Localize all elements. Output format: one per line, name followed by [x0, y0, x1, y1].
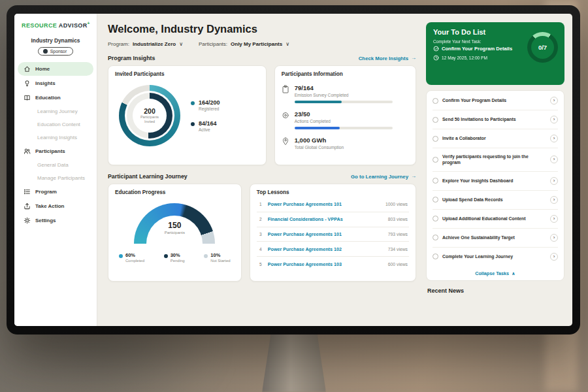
legend-item: 84/164 Active: [191, 120, 220, 132]
education-progress-card: Education Progress 150 Participants: [108, 184, 242, 282]
participants-information-card: Participants Information 79/164 Emission…: [274, 65, 416, 165]
sidebar-item-home[interactable]: Home: [18, 62, 93, 76]
sidebar-item-education-content[interactable]: Education Content: [18, 118, 93, 131]
home-icon: [24, 65, 31, 73]
sidebar-item-general-data[interactable]: General Data: [18, 159, 93, 171]
legend-dot-pending: [164, 254, 168, 258]
sidebar-item-participants[interactable]: Participants: [18, 144, 93, 158]
upload-icon: [24, 203, 31, 210]
check-circle-icon: [433, 46, 439, 52]
task-checkbox[interactable]: [433, 157, 438, 163]
todo-progress-value: 0/7: [531, 36, 554, 59]
page-title: Welcome, Industry Dynamics: [108, 23, 416, 35]
chevron-right-icon[interactable]: ›: [550, 253, 558, 261]
lesson-row: 4 Power Purchase Agreements 102 734 view…: [257, 242, 409, 257]
chevron-up-icon: ∧: [512, 271, 515, 276]
brand-logo: RESOURCE ADVISOR+: [14, 21, 97, 29]
chevron-right-icon[interactable]: ›: [550, 116, 558, 123]
task-checkbox[interactable]: [433, 253, 438, 259]
tasks-card: Confirm Your Program Details › Send 50 I…: [426, 90, 564, 281]
lesson-link[interactable]: Power Purchase Agreements 101: [268, 231, 384, 237]
chevron-right-icon[interactable]: ›: [550, 155, 558, 163]
sponsor-badge: Sponsor: [38, 47, 73, 56]
donut-legend: 164/200 Registered 84/164 Active: [191, 99, 220, 132]
clock-icon: [433, 55, 439, 61]
chevron-right-icon[interactable]: ›: [550, 196, 558, 204]
task-row[interactable]: Achieve One Sustainability Target ›: [433, 229, 558, 248]
chevron-down-icon: ∨: [286, 42, 289, 47]
program-dropdown[interactable]: Program: Industrialize Zero ∨: [108, 41, 183, 47]
chevron-right-icon[interactable]: ›: [550, 135, 558, 142]
todo-header-card: Your To Do List Complete Your Next Task:…: [426, 22, 564, 85]
book-icon: [24, 94, 31, 101]
sidebar-item-education[interactable]: Education: [18, 91, 93, 105]
gear-icon: [24, 217, 31, 224]
gauge-legend: 60% Completed 30% Pending: [115, 252, 235, 263]
monitor-stand: [262, 333, 326, 392]
card-title: Top Lessons: [257, 189, 409, 195]
task-row[interactable]: Explore Your Insights Dashboard ›: [433, 172, 558, 191]
people-icon: [24, 148, 31, 155]
filters-row: Program: Industrialize Zero ∨ Participan…: [108, 41, 416, 47]
task-checkbox[interactable]: [433, 178, 438, 184]
lesson-link[interactable]: Power Purchase Agreements 103: [268, 261, 384, 267]
lesson-link[interactable]: Power Purchase Agreements 102: [268, 246, 384, 252]
lesson-link[interactable]: Financial Considerations - VPPAs: [268, 216, 384, 222]
chevron-right-icon[interactable]: ›: [550, 97, 558, 105]
sidebar-item-insights[interactable]: Insights: [18, 76, 93, 90]
lightbulb-icon: [24, 80, 31, 87]
sidebar-item-take-action[interactable]: Take Action: [18, 199, 93, 213]
progress-bar: [295, 101, 393, 103]
task-row[interactable]: Upload Additional Educational Content ›: [433, 210, 558, 229]
sidebar-item-settings[interactable]: Settings: [18, 214, 93, 227]
education-gauge-chart: 150 Participants: [134, 203, 215, 244]
task-row[interactable]: Confirm Your Program Details ›: [433, 91, 558, 110]
task-checkbox[interactable]: [433, 98, 438, 104]
participants-dropdown[interactable]: Participants: Only My Participants ∨: [199, 41, 289, 47]
lessons-list: 1 Power Purchase Agreements 101 1000 vie…: [257, 197, 409, 271]
chevron-right-icon[interactable]: ›: [550, 177, 558, 185]
task-row[interactable]: Upload Spend Data Records ›: [433, 191, 558, 210]
task-checkbox[interactable]: [433, 216, 438, 221]
sidebar-nav: Home Insights Education Learning Journey…: [14, 61, 97, 228]
legend-item: 60% Completed: [119, 252, 144, 263]
sidebar-item-manage-participants[interactable]: Manage Participants: [18, 172, 93, 184]
top-lessons-card: Top Lessons 1 Power Purchase Agreements …: [250, 184, 416, 282]
donut-center-label: Participants Invited: [136, 115, 163, 124]
sidebar-item-learning-insights[interactable]: Learning Insights: [18, 131, 93, 144]
program-insights-header: Program Insights Check More Insights →: [108, 55, 416, 61]
main-content: Welcome, Industry Dynamics Program: Indu…: [97, 14, 425, 326]
todo-next-task: Confirm Your Program Details: [433, 46, 525, 52]
invited-participants-card: Invited Participants 200 Participants In…: [108, 65, 267, 165]
sponsor-icon: [43, 49, 48, 54]
insights-cards-row: Invited Participants 200 Participants In…: [108, 65, 416, 165]
section-title: Program Insights: [108, 55, 155, 61]
learning-cards-row: Education Progress 150 Participants: [108, 184, 416, 282]
chevron-right-icon[interactable]: ›: [550, 234, 558, 242]
lesson-link[interactable]: Power Purchase Agreements 101: [268, 201, 381, 207]
go-to-learning-journey-link[interactable]: Go to Learning Journey →: [351, 174, 416, 180]
arrow-right-icon: →: [411, 174, 416, 179]
chevron-right-icon[interactable]: ›: [550, 215, 558, 223]
lesson-row: 5 Power Purchase Agreements 103 600 view…: [257, 257, 409, 271]
section-title: Participant Learning Journey: [108, 173, 188, 180]
monitor-bezel: RESOURCE ADVISOR+ Industry Dynamics Spon…: [7, 5, 580, 335]
check-more-insights-link[interactable]: Check More Insights →: [359, 56, 416, 61]
task-row[interactable]: Invite a Collaborator ›: [433, 129, 558, 148]
legend-dot-completed: [119, 254, 123, 258]
task-checkbox[interactable]: [433, 197, 438, 203]
card-title: Participants Information: [282, 71, 409, 77]
collapse-tasks-link[interactable]: Collapse Tasks ∧: [433, 266, 558, 278]
task-row[interactable]: Verify participants requesting to join t…: [433, 148, 558, 172]
task-checkbox[interactable]: [433, 235, 438, 240]
task-row[interactable]: Send 50 Invitations to Participants ›: [433, 110, 558, 129]
task-row[interactable]: Complete Your Learning Journey ›: [433, 248, 558, 266]
task-checkbox[interactable]: [433, 136, 438, 142]
sidebar-item-learning-journey[interactable]: Learning Journey: [18, 105, 93, 118]
lesson-row: 3 Power Purchase Agreements 101 793 view…: [257, 227, 409, 242]
todo-panel: Your To Do List Complete Your Next Task:…: [425, 14, 572, 326]
task-checkbox[interactable]: [433, 117, 438, 123]
sidebar-item-program[interactable]: Program: [18, 185, 93, 199]
donut-center-value: 200: [144, 107, 155, 115]
stat-global-consumption: 1,000 GWh Total Global Consumption: [282, 137, 409, 150]
